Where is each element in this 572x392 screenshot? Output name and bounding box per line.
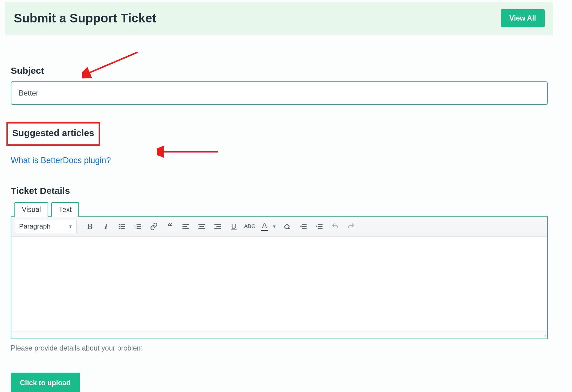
suggested-article-link[interactable]: What is BetterDocs plugin?: [11, 156, 111, 165]
bullet-list-button[interactable]: [115, 220, 129, 233]
svg-point-33: [545, 338, 546, 338]
align-left-icon: [182, 222, 190, 230]
svg-point-30: [545, 336, 546, 337]
svg-point-31: [543, 338, 543, 338]
undo-icon: [331, 222, 339, 230]
align-center-icon: [198, 222, 206, 230]
suggested-heading-annotation-box: Suggested articles: [6, 122, 100, 146]
svg-point-28: [545, 335, 546, 336]
text-color-swatch: [261, 230, 268, 231]
svg-point-29: [544, 336, 544, 337]
redo-icon: [347, 222, 355, 230]
suggested-articles-heading: Suggested articles: [12, 128, 94, 138]
align-left-button[interactable]: [179, 220, 193, 233]
editor-toolbar: Paragraph ▼ B I 123: [11, 217, 547, 237]
subject-input[interactable]: [11, 81, 548, 105]
svg-point-0: [119, 224, 120, 225]
link-button[interactable]: [147, 220, 161, 233]
editor-content-area[interactable]: [11, 237, 547, 331]
text-color-icon: A: [262, 222, 267, 229]
italic-button[interactable]: I: [99, 220, 113, 233]
align-center-button[interactable]: [195, 220, 209, 233]
eraser-icon: [283, 222, 291, 230]
underline-icon: U: [231, 222, 237, 231]
page-header: Submit a Support Ticket View All: [5, 2, 553, 35]
clear-formatting-button[interactable]: [280, 220, 294, 233]
text-color-caret[interactable]: ▼: [271, 220, 278, 233]
link-icon: [150, 222, 158, 230]
details-helper-text: Please provide details about your proble…: [11, 344, 548, 352]
redo-button[interactable]: [344, 220, 358, 233]
quote-icon: “: [167, 224, 172, 229]
resize-handle-icon[interactable]: [541, 334, 546, 339]
outdent-button[interactable]: [296, 220, 310, 233]
format-dropdown-value: Paragraph: [19, 222, 51, 230]
underline-button[interactable]: U: [227, 220, 241, 233]
text-color-button[interactable]: A ▼: [259, 220, 278, 233]
editor-statusbar: [11, 331, 547, 339]
strikethrough-icon: ABC: [244, 223, 255, 229]
svg-text:3: 3: [134, 227, 135, 230]
bold-icon: B: [87, 222, 92, 231]
indent-button[interactable]: [312, 220, 326, 233]
view-all-button[interactable]: View All: [501, 9, 545, 27]
svg-point-32: [544, 338, 544, 338]
chevron-down-icon: ▼: [68, 224, 72, 229]
tab-text[interactable]: Text: [51, 202, 79, 217]
strikethrough-button[interactable]: ABC: [243, 220, 257, 233]
svg-point-4: [119, 228, 120, 229]
format-dropdown[interactable]: Paragraph ▼: [15, 220, 76, 233]
indent-icon: [315, 222, 323, 230]
rich-text-editor: Paragraph ▼ B I 123: [11, 216, 548, 339]
align-right-button[interactable]: [211, 220, 225, 233]
bold-button[interactable]: B: [83, 220, 97, 233]
outdent-icon: [299, 222, 307, 230]
editor-tabs: Visual Text: [14, 202, 548, 217]
upload-button[interactable]: Click to upload: [11, 373, 80, 392]
bullet-list-icon: [118, 222, 126, 230]
svg-point-2: [119, 226, 120, 227]
subject-label: Subject: [11, 65, 548, 76]
divider: [11, 145, 548, 145]
page-title: Submit a Support Ticket: [14, 11, 156, 25]
blockquote-button[interactable]: “: [163, 220, 177, 233]
italic-icon: I: [104, 222, 108, 231]
numbered-list-icon: 123: [134, 222, 142, 230]
align-right-icon: [214, 222, 222, 230]
numbered-list-button[interactable]: 123: [131, 220, 145, 233]
tab-visual[interactable]: Visual: [14, 202, 48, 217]
ticket-details-label: Ticket Details: [11, 186, 548, 196]
undo-button[interactable]: [328, 220, 342, 233]
